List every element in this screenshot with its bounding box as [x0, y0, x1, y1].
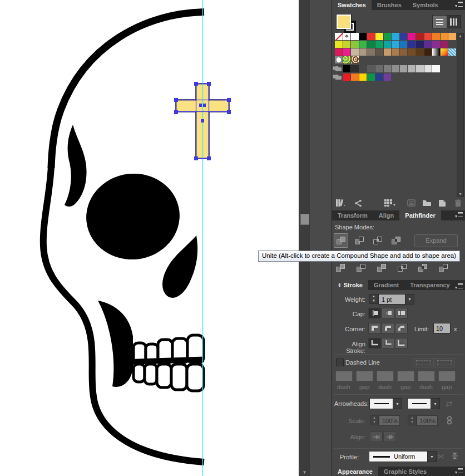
swatch[interactable]	[441, 41, 448, 48]
swatch-scroll-down-icon[interactable]: ▼	[457, 192, 463, 196]
swatch[interactable]	[375, 65, 383, 72]
swatch[interactable]	[351, 48, 359, 56]
artboard-canvas[interactable]	[0, 0, 299, 476]
swatch[interactable]	[392, 48, 399, 56]
swatch[interactable]	[384, 33, 392, 40]
swatch[interactable]	[424, 65, 432, 72]
swatch[interactable]	[367, 48, 375, 56]
swatch[interactable]	[351, 65, 359, 72]
swatch[interactable]	[351, 41, 359, 48]
weight-value[interactable]: 1 pt	[378, 294, 405, 305]
swatch[interactable]	[375, 33, 383, 40]
arrowhead-end-combo[interactable]: ▼	[407, 398, 440, 409]
swatch[interactable]	[359, 73, 367, 81]
swatch-none[interactable]	[335, 33, 343, 40]
swatch-folder[interactable]	[335, 73, 343, 81]
skull-artwork[interactable]	[43, 12, 204, 463]
tab-brushes[interactable]: Brushes	[372, 0, 407, 10]
swatch[interactable]	[367, 41, 375, 48]
projecting-cap-button[interactable]	[395, 308, 408, 318]
swatch[interactable]	[416, 48, 424, 56]
outline-button[interactable]	[415, 261, 430, 275]
swatch[interactable]	[343, 73, 351, 81]
list-view-button[interactable]	[433, 16, 447, 28]
intersect-button[interactable]	[370, 233, 385, 248]
swatch[interactable]	[375, 73, 383, 81]
trim-button[interactable]	[354, 261, 368, 275]
tab-transform[interactable]: Transform	[332, 210, 373, 220]
swatch[interactable]	[424, 33, 432, 40]
swatch[interactable]	[359, 65, 367, 72]
dropdown-icon[interactable]: ▼	[393, 398, 402, 409]
swatch[interactable]	[343, 48, 351, 56]
panel-menu-icon[interactable]: ▾	[454, 2, 463, 8]
swatch[interactable]	[392, 65, 399, 72]
swatch[interactable]	[416, 41, 424, 48]
crop-button[interactable]	[395, 261, 409, 275]
swatch[interactable]	[384, 65, 392, 72]
swatch[interactable]	[416, 65, 424, 72]
divide-button[interactable]	[333, 261, 348, 275]
expand-button[interactable]: Expand	[414, 234, 458, 247]
round-join-button[interactable]	[382, 323, 394, 333]
swatch[interactable]	[384, 48, 392, 56]
swatch[interactable]	[441, 33, 448, 40]
swatch[interactable]	[359, 33, 367, 40]
weight-stepper[interactable]: ▲▼	[369, 294, 378, 304]
swatch[interactable]	[408, 41, 415, 48]
swatch-registration[interactable]	[343, 33, 351, 40]
miter-join-button[interactable]	[368, 323, 381, 333]
swatch[interactable]	[424, 41, 432, 48]
stepper-up-icon[interactable]: ▲	[370, 295, 378, 299]
swatch[interactable]	[351, 33, 359, 40]
swatch[interactable]	[335, 48, 343, 56]
swatch[interactable]	[400, 65, 408, 72]
swatch[interactable]	[416, 33, 424, 40]
new-swatch-icon[interactable]	[434, 198, 450, 208]
swatch-pat-dots[interactable]	[335, 56, 343, 63]
swatch[interactable]	[351, 73, 359, 81]
minus-back-button[interactable]	[436, 261, 451, 275]
round-cap-button[interactable]	[382, 308, 394, 318]
fill-proxy[interactable]	[337, 14, 351, 29]
tab-gradient[interactable]: Gradient	[368, 280, 404, 290]
swatch[interactable]	[367, 73, 375, 81]
dropdown-icon[interactable]: ▼	[428, 451, 437, 462]
tab-appearance[interactable]: Appearance	[332, 467, 378, 476]
scrollbar-down-arrow-icon[interactable]: ▼	[299, 469, 310, 476]
swatch[interactable]	[448, 33, 456, 40]
new-color-group-icon[interactable]	[419, 198, 434, 208]
tab-align[interactable]: Align	[373, 210, 400, 220]
swatch[interactable]	[384, 73, 392, 81]
swatch-scrollbar[interactable]: ▲ ▼	[457, 33, 464, 197]
swatch[interactable]	[343, 41, 351, 48]
swatch[interactable]	[424, 48, 432, 56]
limit-field[interactable]: 10	[433, 323, 451, 333]
swatch[interactable]	[359, 48, 367, 56]
swatch-scroll-up-icon[interactable]: ▲	[457, 34, 463, 38]
panel-menu-icon[interactable]: ▾	[454, 212, 463, 219]
swatch[interactable]	[343, 65, 351, 72]
tab-pathfinder[interactable]: Pathfinder	[399, 210, 441, 220]
swatch[interactable]	[392, 33, 399, 40]
swatch[interactable]	[400, 33, 408, 40]
profile-combo[interactable]: Uniform ▼	[369, 451, 437, 462]
exclude-button[interactable]	[389, 233, 403, 248]
tab-stroke[interactable]: ⇕Stroke	[332, 280, 368, 290]
swatch[interactable]	[375, 41, 383, 48]
stepper-down-icon[interactable]: ▼	[370, 299, 378, 303]
swatch-pat-checker-blue[interactable]	[448, 48, 456, 56]
tab-transparency[interactable]: Transparency	[404, 280, 456, 290]
dropdown-icon[interactable]: ▼	[431, 398, 440, 409]
swatch-grad-bw[interactable]	[432, 48, 440, 56]
tab-symbols[interactable]: Symbols	[407, 0, 444, 10]
swatch[interactable]	[375, 48, 383, 56]
swatch-folder[interactable]	[335, 65, 343, 72]
canvas-vertical-scrollbar[interactable]: ▼	[299, 0, 310, 476]
swatch-grad-fire[interactable]	[441, 48, 448, 56]
swatch[interactable]	[367, 65, 375, 72]
swatch[interactable]	[408, 48, 415, 56]
swatch[interactable]	[408, 33, 415, 40]
swatch[interactable]	[367, 33, 375, 40]
tab-graphic-styles[interactable]: Graphic Styles	[378, 467, 432, 476]
